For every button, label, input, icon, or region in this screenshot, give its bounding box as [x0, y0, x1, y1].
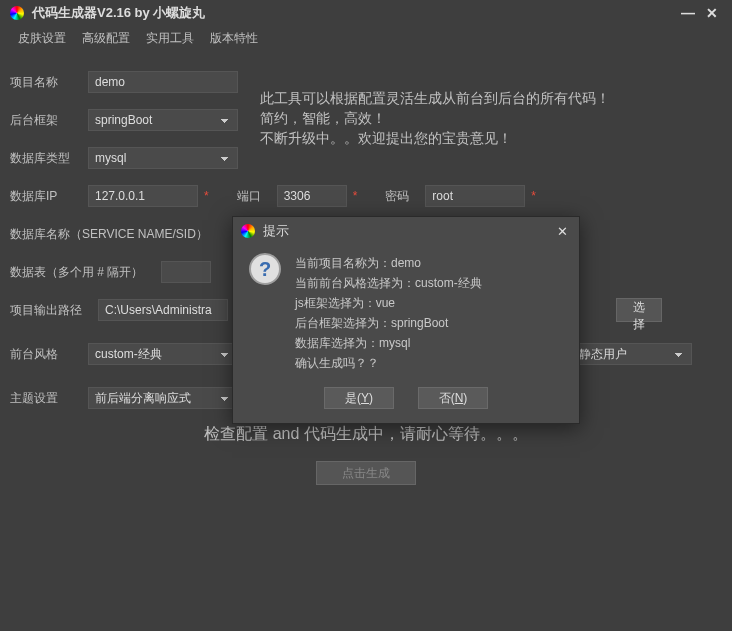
dialog-line: 数据库选择为：mysql	[295, 333, 482, 353]
dialog-no-button[interactable]: 否(N)	[418, 387, 488, 409]
question-icon: ?	[249, 253, 281, 285]
dialog-close-button[interactable]: ✕	[553, 224, 571, 239]
dialog-titlebar: 提示 ✕	[233, 217, 579, 245]
dialog-mask: 提示 ✕ ? 当前项目名称为：demo 当前前台风格选择为：custom-经典 …	[0, 0, 732, 631]
dialog-title-text: 提示	[263, 222, 289, 240]
dialog-yes-button[interactable]: 是(Y)	[324, 387, 394, 409]
dialog-message: 当前项目名称为：demo 当前前台风格选择为：custom-经典 js框架选择为…	[295, 253, 482, 373]
dialog-line: 后台框架选择为：springBoot	[295, 313, 482, 333]
dialog-line: 确认生成吗？？	[295, 353, 482, 373]
dialog-line: js框架选择为：vue	[295, 293, 482, 313]
dialog-line: 当前前台风格选择为：custom-经典	[295, 273, 482, 293]
confirm-dialog: 提示 ✕ ? 当前项目名称为：demo 当前前台风格选择为：custom-经典 …	[232, 216, 580, 424]
dialog-line: 当前项目名称为：demo	[295, 253, 482, 273]
dialog-icon	[241, 224, 255, 238]
